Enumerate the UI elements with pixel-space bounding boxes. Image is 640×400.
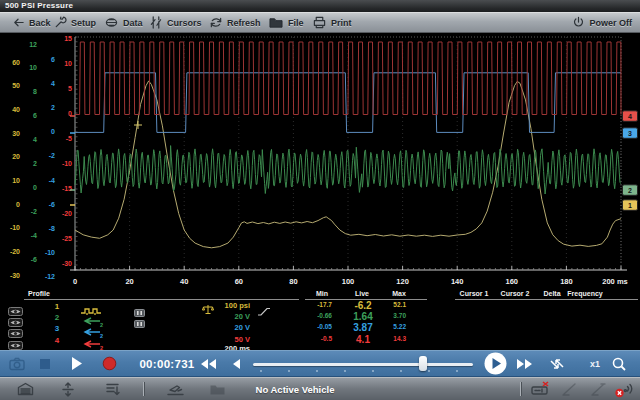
y-axis-label-ch2: 4: [33, 136, 37, 143]
max-value: 14.3: [372, 335, 406, 342]
rewind-button[interactable]: [199, 351, 217, 376]
step-back-icon: [232, 359, 240, 369]
y-axis-label-ch3: 4: [51, 80, 55, 87]
status-bar: No Active Vehicle: [0, 377, 640, 400]
channel-number: 3: [50, 324, 64, 333]
y-axis-label-ch3: 0: [51, 128, 55, 135]
trigger-marker[interactable]: [134, 121, 142, 129]
probe-slash-icon: [562, 382, 578, 396]
scope-app-window: 500 PSI Pressure Back Setup Data Cursors…: [0, 0, 640, 400]
file-button[interactable]: File: [268, 13, 304, 32]
title-bar: 500 PSI Pressure: [0, 0, 640, 12]
scope-module-icon: [531, 381, 551, 397]
setup-button[interactable]: Setup: [53, 13, 96, 32]
y-axis-label-ch1: 40: [12, 106, 20, 113]
window-title: 500 PSI Pressure: [5, 1, 73, 10]
timeline-slider-track[interactable]: [253, 363, 473, 366]
data-button[interactable]: Data: [104, 13, 143, 32]
snapshot-button[interactable]: [8, 351, 26, 376]
file-label: File: [288, 18, 304, 28]
column-header-min: Min: [316, 290, 328, 297]
print-button[interactable]: Print: [312, 13, 352, 32]
record-button[interactable]: [101, 351, 117, 376]
zoom-button[interactable]: [610, 351, 628, 376]
channel-row-2[interactable]: 2220 V-0.661.643.70: [0, 312, 640, 323]
x-axis-label: 60: [235, 277, 243, 286]
y-axis-label-ch2: 10: [29, 64, 37, 71]
scope-svg: 6050403020100-10-20-30121086420-2-4-6642…: [0, 33, 640, 288]
profile-section-label: Profile: [28, 290, 50, 297]
x-axis-label: 140: [451, 277, 464, 286]
saved-data-button[interactable]: [207, 378, 227, 400]
back-arrow-icon: [12, 16, 25, 29]
expand-collapse-button[interactable]: [58, 378, 78, 400]
refresh-label: Refresh: [227, 18, 261, 28]
timeline-tick: [400, 370, 402, 372]
y-axis-label-ch3: -6: [49, 201, 55, 208]
channel-scale[interactable]: 50 V: [213, 335, 250, 344]
column-header-frequency: Frequency: [567, 290, 602, 297]
probe-status-1[interactable]: [560, 378, 580, 400]
timeline-slider-thumb[interactable]: [419, 356, 427, 371]
play-button[interactable]: [70, 351, 84, 376]
channel-scale[interactable]: 20 V: [213, 323, 250, 332]
fast-forward-button[interactable]: [515, 351, 533, 376]
status-divider-left: [143, 382, 144, 396]
channel-number: 1: [50, 302, 64, 311]
stop-button[interactable]: [38, 351, 52, 376]
probe-status-2[interactable]: [589, 378, 609, 400]
wifi-status[interactable]: [612, 378, 636, 400]
power-off-button[interactable]: Power Off: [572, 13, 632, 32]
record-icon: [102, 356, 117, 371]
y-axis-label-ch4: 15: [64, 35, 72, 42]
channel-row-1[interactable]: 1100 psi-17.7-6.252.1: [0, 301, 640, 312]
scale-settings-button[interactable]: [102, 378, 122, 400]
channel-row-4[interactable]: 4250 V-0.54.114.3: [0, 335, 640, 346]
y-axis-label-ch4: -25: [62, 235, 72, 242]
channel-tag-label: 4: [628, 113, 632, 120]
back-button[interactable]: Back: [12, 13, 51, 32]
refresh-button[interactable]: Refresh: [209, 13, 261, 32]
timeline-tick: [260, 370, 262, 372]
column-header-delta: Delta: [543, 290, 560, 297]
data-icon: [104, 16, 119, 29]
playback-time: 00:00:731: [138, 351, 196, 376]
home-button[interactable]: [15, 378, 35, 400]
y-axis-label-ch3: 6: [51, 56, 55, 63]
y-axis-label-ch4: -30: [62, 260, 72, 267]
reorder-tracks-button[interactable]: [548, 351, 566, 376]
cursors-label: Cursors: [167, 18, 202, 28]
y-axis-label-ch3: 2: [51, 104, 55, 111]
y-axis-label-ch2: -6: [31, 256, 37, 263]
wrench-icon: [53, 16, 67, 29]
min-value: -0.66: [298, 312, 332, 319]
layers-icon: [105, 382, 120, 396]
data-label: Data: [123, 18, 143, 28]
y-axis-label-ch1: 20: [12, 153, 20, 160]
power-off-label: Power Off: [589, 18, 632, 28]
arrow-exit-icon: [167, 383, 184, 396]
vehicle-status[interactable]: No Active Vehicle: [240, 378, 350, 400]
scope-display[interactable]: 6050403020100-10-20-30121086420-2-4-6642…: [0, 33, 640, 288]
rewind-icon: [201, 359, 216, 369]
y-axis-label-ch3: -8: [49, 225, 55, 232]
swap-arrows-icon: [549, 357, 565, 371]
playback-speed[interactable]: x1: [586, 351, 604, 376]
channel-row-3[interactable]: 3220 V-0.053.875.22: [0, 323, 640, 334]
x-axis-label: 100: [342, 277, 355, 286]
status-divider-right: [520, 382, 521, 396]
exit-vehicle-button[interactable]: [165, 378, 185, 400]
max-value: 5.22: [372, 323, 406, 330]
scope-module-status[interactable]: [530, 378, 552, 400]
channel-scale[interactable]: 100 psi: [213, 301, 250, 310]
timeline-tick: [344, 370, 346, 372]
y-axis-label-ch1: 10: [12, 177, 20, 184]
split-arrows-icon: [61, 382, 75, 397]
probe-slash2-icon: [591, 382, 607, 396]
timeline-tick: [428, 370, 430, 372]
channel-scale[interactable]: 20 V: [213, 312, 250, 321]
play-circle-button[interactable]: [483, 351, 507, 376]
min-value: -17.7: [298, 301, 332, 308]
cursors-button[interactable]: Cursors: [149, 13, 202, 32]
step-back-button[interactable]: [229, 351, 243, 376]
